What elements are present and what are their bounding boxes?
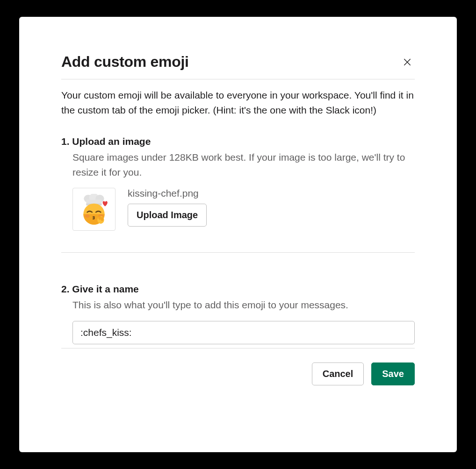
modal-header: Add custom emoji xyxy=(61,53,415,79)
upload-heading: 1. Upload an image xyxy=(61,136,415,147)
save-button[interactable]: Save xyxy=(371,362,415,385)
emoji-name-input[interactable] xyxy=(72,321,415,344)
kissing-chef-emoji-icon xyxy=(79,194,109,225)
emoji-preview xyxy=(72,188,115,231)
name-heading: 2. Give it a name xyxy=(61,284,415,295)
name-section: 2. Give it a name This is also what you'… xyxy=(61,284,415,348)
cancel-button[interactable]: Cancel xyxy=(312,362,364,385)
upload-controls: kissing-chef.png Upload Image xyxy=(128,188,207,227)
close-icon xyxy=(403,57,412,67)
name-hint: This is also what you'll type to add thi… xyxy=(61,298,415,313)
modal-footer: Cancel Save xyxy=(61,362,415,385)
upload-image-button[interactable]: Upload Image xyxy=(128,204,207,227)
close-button[interactable] xyxy=(400,55,415,70)
upload-hint: Square images under 128KB work best. If … xyxy=(61,150,415,179)
svg-point-8 xyxy=(85,214,89,218)
upload-row: kissing-chef.png Upload Image xyxy=(61,188,415,253)
svg-point-12 xyxy=(101,217,103,221)
modal-description: Your custom emoji will be available to e… xyxy=(61,88,415,117)
add-emoji-modal: Add custom emoji Your custom emoji will … xyxy=(19,17,457,452)
uploaded-filename: kissing-chef.png xyxy=(128,188,207,199)
upload-section: 1. Upload an image Square images under 1… xyxy=(61,136,415,253)
modal-title: Add custom emoji xyxy=(61,53,189,71)
